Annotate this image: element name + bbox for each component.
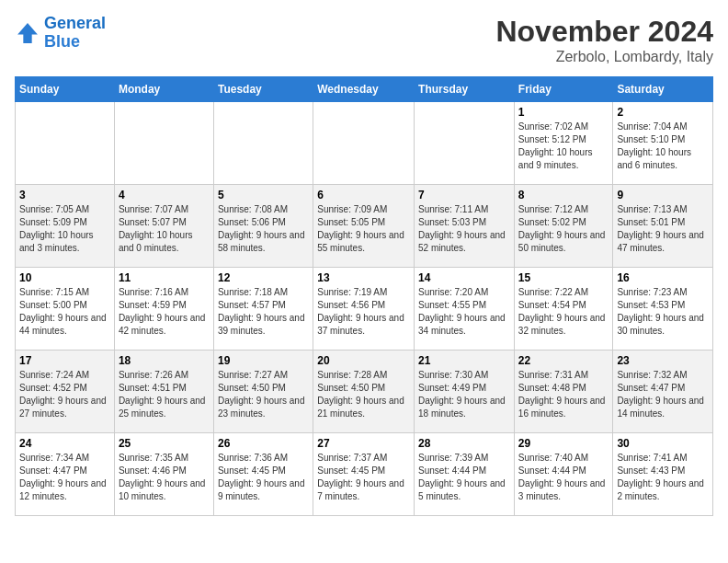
day-number: 23 (617, 354, 709, 367)
day-info: Sunrise: 7:36 AM Sunset: 4:45 PM Dayligh… (218, 452, 309, 503)
day-number: 7 (418, 189, 510, 201)
title-block: November 2024 Zerbolo, Lombardy, Italy (495, 15, 713, 65)
day-number: 4 (119, 189, 210, 201)
day-info: Sunrise: 7:41 AM Sunset: 4:43 PM Dayligh… (617, 452, 709, 503)
day-number: 8 (518, 189, 609, 201)
calendar-cell: 28Sunrise: 7:39 AM Sunset: 4:44 PM Dayli… (415, 433, 515, 516)
calendar-cell: 11Sunrise: 7:16 AM Sunset: 4:59 PM Dayli… (114, 268, 213, 350)
day-info: Sunrise: 7:28 AM Sunset: 4:50 PM Dayligh… (317, 369, 410, 420)
day-number: 9 (617, 189, 709, 201)
day-number: 30 (617, 437, 709, 450)
day-number: 19 (218, 354, 309, 367)
calendar-cell: 30Sunrise: 7:41 AM Sunset: 4:43 PM Dayli… (613, 433, 713, 516)
calendar-cell: 4Sunrise: 7:07 AM Sunset: 5:07 PM Daylig… (114, 185, 213, 268)
calendar-cell (415, 102, 515, 185)
calendar-cell: 12Sunrise: 7:18 AM Sunset: 4:57 PM Dayli… (213, 268, 313, 350)
month-title: November 2024 (495, 15, 713, 49)
day-info: Sunrise: 7:07 AM Sunset: 5:07 PM Dayligh… (119, 203, 210, 255)
logo-text: General Blue (44, 15, 106, 52)
calendar-cell: 7Sunrise: 7:11 AM Sunset: 5:03 PM Daylig… (415, 185, 515, 268)
calendar-cell: 9Sunrise: 7:13 AM Sunset: 5:01 PM Daylig… (613, 185, 713, 268)
day-number: 17 (19, 354, 110, 367)
calendar-cell (313, 102, 415, 185)
calendar-cell: 20Sunrise: 7:28 AM Sunset: 4:50 PM Dayli… (313, 350, 415, 433)
weekday-header-friday: Friday (514, 77, 613, 102)
day-info: Sunrise: 7:27 AM Sunset: 4:50 PM Dayligh… (218, 369, 309, 420)
calendar-cell (114, 102, 213, 185)
day-info: Sunrise: 7:13 AM Sunset: 5:01 PM Dayligh… (617, 203, 709, 255)
day-info: Sunrise: 7:04 AM Sunset: 5:10 PM Dayligh… (617, 121, 709, 172)
calendar-cell: 18Sunrise: 7:26 AM Sunset: 4:51 PM Dayli… (114, 350, 213, 433)
weekday-header-sunday: Sunday (16, 77, 115, 102)
day-info: Sunrise: 7:40 AM Sunset: 4:44 PM Dayligh… (518, 452, 609, 503)
day-number: 6 (317, 189, 410, 201)
day-info: Sunrise: 7:22 AM Sunset: 4:54 PM Dayligh… (518, 286, 609, 338)
day-info: Sunrise: 7:32 AM Sunset: 4:47 PM Dayligh… (617, 369, 709, 420)
logo: General Blue (15, 15, 106, 52)
day-info: Sunrise: 7:15 AM Sunset: 5:00 PM Dayligh… (19, 286, 110, 338)
day-number: 2 (617, 106, 709, 119)
calendar-cell: 8Sunrise: 7:12 AM Sunset: 5:02 PM Daylig… (514, 185, 613, 268)
day-number: 20 (317, 354, 410, 367)
day-info: Sunrise: 7:34 AM Sunset: 4:47 PM Dayligh… (19, 452, 110, 503)
calendar-cell: 15Sunrise: 7:22 AM Sunset: 4:54 PM Dayli… (514, 268, 613, 350)
day-info: Sunrise: 7:16 AM Sunset: 4:59 PM Dayligh… (119, 286, 210, 338)
page-header: General Blue November 2024 Zerbolo, Lomb… (15, 15, 713, 65)
calendar-week-2: 3Sunrise: 7:05 AM Sunset: 5:09 PM Daylig… (16, 185, 713, 268)
day-info: Sunrise: 7:05 AM Sunset: 5:09 PM Dayligh… (19, 203, 110, 255)
svg-marker-0 (17, 23, 38, 43)
logo-blue: Blue (44, 33, 106, 52)
calendar-week-4: 17Sunrise: 7:24 AM Sunset: 4:52 PM Dayli… (16, 350, 713, 433)
calendar-cell: 17Sunrise: 7:24 AM Sunset: 4:52 PM Dayli… (16, 350, 115, 433)
calendar-cell: 19Sunrise: 7:27 AM Sunset: 4:50 PM Dayli… (213, 350, 313, 433)
calendar-cell: 26Sunrise: 7:36 AM Sunset: 4:45 PM Dayli… (213, 433, 313, 516)
day-info: Sunrise: 7:26 AM Sunset: 4:51 PM Dayligh… (119, 369, 210, 420)
weekday-header-row: SundayMondayTuesdayWednesdayThursdayFrid… (16, 77, 713, 102)
day-info: Sunrise: 7:02 AM Sunset: 5:12 PM Dayligh… (518, 121, 609, 172)
day-number: 28 (418, 437, 510, 450)
day-info: Sunrise: 7:18 AM Sunset: 4:57 PM Dayligh… (218, 286, 309, 338)
calendar-cell: 23Sunrise: 7:32 AM Sunset: 4:47 PM Dayli… (613, 350, 713, 433)
weekday-header-thursday: Thursday (415, 77, 515, 102)
day-info: Sunrise: 7:23 AM Sunset: 4:53 PM Dayligh… (617, 286, 709, 338)
day-number: 14 (418, 271, 510, 284)
location: Zerbolo, Lombardy, Italy (495, 49, 713, 65)
day-number: 18 (119, 354, 210, 367)
day-number: 10 (19, 271, 110, 284)
calendar-cell: 22Sunrise: 7:31 AM Sunset: 4:48 PM Dayli… (514, 350, 613, 433)
calendar-cell: 29Sunrise: 7:40 AM Sunset: 4:44 PM Dayli… (514, 433, 613, 516)
calendar-table: SundayMondayTuesdayWednesdayThursdayFrid… (15, 76, 713, 516)
day-number: 24 (19, 437, 110, 450)
calendar-cell: 25Sunrise: 7:35 AM Sunset: 4:46 PM Dayli… (114, 433, 213, 516)
calendar-week-3: 10Sunrise: 7:15 AM Sunset: 5:00 PM Dayli… (16, 268, 713, 350)
logo-icon (15, 20, 40, 46)
day-number: 25 (119, 437, 210, 450)
day-info: Sunrise: 7:31 AM Sunset: 4:48 PM Dayligh… (518, 369, 609, 420)
day-number: 16 (617, 271, 709, 284)
calendar-week-5: 24Sunrise: 7:34 AM Sunset: 4:47 PM Dayli… (16, 433, 713, 516)
day-number: 22 (518, 354, 609, 367)
day-number: 1 (518, 106, 609, 119)
calendar-week-1: 1Sunrise: 7:02 AM Sunset: 5:12 PM Daylig… (16, 102, 713, 185)
calendar-cell: 2Sunrise: 7:04 AM Sunset: 5:10 PM Daylig… (613, 102, 713, 185)
calendar-cell: 16Sunrise: 7:23 AM Sunset: 4:53 PM Dayli… (613, 268, 713, 350)
weekday-header-wednesday: Wednesday (313, 77, 415, 102)
day-info: Sunrise: 7:20 AM Sunset: 4:55 PM Dayligh… (418, 286, 510, 338)
weekday-header-monday: Monday (114, 77, 213, 102)
day-info: Sunrise: 7:12 AM Sunset: 5:02 PM Dayligh… (518, 203, 609, 255)
calendar-cell: 10Sunrise: 7:15 AM Sunset: 5:00 PM Dayli… (16, 268, 115, 350)
calendar-cell: 14Sunrise: 7:20 AM Sunset: 4:55 PM Dayli… (415, 268, 515, 350)
day-info: Sunrise: 7:09 AM Sunset: 5:05 PM Dayligh… (317, 203, 410, 255)
day-info: Sunrise: 7:37 AM Sunset: 4:45 PM Dayligh… (317, 452, 410, 503)
day-info: Sunrise: 7:30 AM Sunset: 4:49 PM Dayligh… (418, 369, 510, 420)
calendar-cell: 27Sunrise: 7:37 AM Sunset: 4:45 PM Dayli… (313, 433, 415, 516)
day-number: 11 (119, 271, 210, 284)
calendar-cell (16, 102, 115, 185)
day-info: Sunrise: 7:11 AM Sunset: 5:03 PM Dayligh… (418, 203, 510, 255)
day-number: 21 (418, 354, 510, 367)
day-info: Sunrise: 7:35 AM Sunset: 4:46 PM Dayligh… (119, 452, 210, 503)
day-number: 3 (19, 189, 110, 201)
day-number: 15 (518, 271, 609, 284)
calendar-cell: 5Sunrise: 7:08 AM Sunset: 5:06 PM Daylig… (213, 185, 313, 268)
day-number: 13 (317, 271, 410, 284)
